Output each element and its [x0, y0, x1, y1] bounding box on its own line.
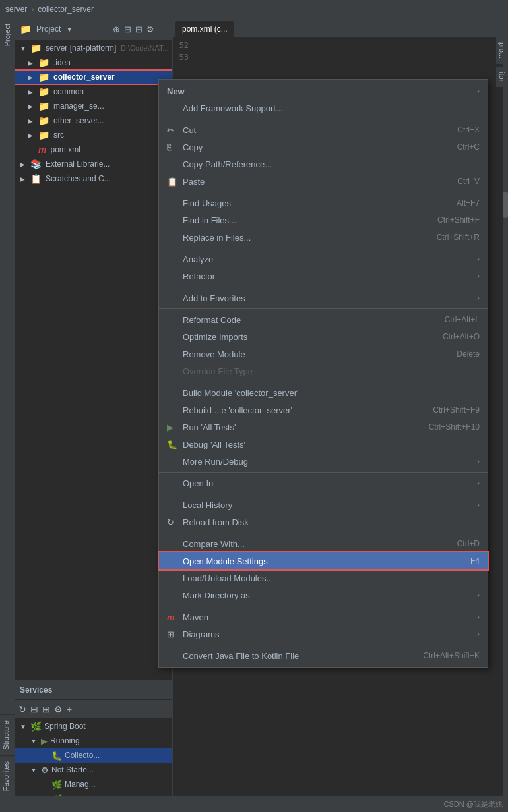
menu-item-build-module[interactable]: Build Module 'collector_server' [159, 384, 488, 401]
editor-tab-pom[interactable]: pom.xml (c... [175, 21, 234, 37]
menu-item-open-in[interactable]: Open In › [159, 475, 488, 492]
menu-item-new[interactable]: New › [159, 82, 488, 100]
tree-item-pom[interactable]: m pom.xml [15, 142, 172, 157]
menu-item-run-tests[interactable]: ▶ Run 'All Tests' Ctrl+Shift+F10 [159, 419, 488, 436]
expand-icon[interactable]: ⊞ [135, 24, 143, 34]
shortcut-convert-kotlin: Ctrl+Alt+Shift+K [423, 651, 480, 660]
spring-icon-manager: 🌿 [51, 780, 62, 790]
menu-label-open-module: Open Module Settings [183, 556, 457, 566]
services-header: Services [15, 681, 172, 699]
svc-filter-icon[interactable]: ⚙ [54, 704, 63, 714]
project-side-tab[interactable]: Project [3, 24, 11, 46]
toolbar-icons: ⊕ ⊟ ⊞ ⚙ — [113, 24, 167, 34]
svc-expand-icon[interactable]: ⊞ [42, 704, 50, 714]
running-icon: ▶ [41, 736, 48, 746]
menu-item-convert-kotlin[interactable]: Convert Java File to Kotlin File Ctrl+Al… [159, 647, 488, 664]
diagrams-icon: ⊞ [167, 629, 179, 639]
tree-item-idea[interactable]: ▶ 📁 .idea [15, 55, 172, 70]
menu-item-debug-tests[interactable]: 🐛 Debug 'All Tests' [159, 436, 488, 453]
menu-item-find-usages[interactable]: Find Usages Alt+F7 [159, 194, 488, 212]
tree-label-collector: collector_server [53, 72, 115, 82]
menu-item-reload[interactable]: ↻ Reload from Disk [159, 513, 488, 531]
breadcrumb-server[interactable]: server [5, 5, 27, 14]
folder-icon-server: 📁 [30, 43, 42, 53]
menu-item-replace-files[interactable]: Replace in Files... Ctrl+Shift+R [159, 229, 488, 246]
dropdown-arrow[interactable]: ▼ [66, 26, 73, 33]
menu-item-paste[interactable]: 📋 Paste Ctrl+V [159, 173, 488, 190]
scrollbar-vertical[interactable] [503, 37, 508, 812]
tree-item-common[interactable]: ▶ 📁 common [15, 84, 172, 99]
project-toolbar: 📁 Project ▼ ⊕ ⊟ ⊞ ⚙ — [15, 18, 172, 40]
maven-icon-pom: m [38, 144, 46, 155]
menu-item-local-history[interactable]: Local History › [159, 496, 488, 513]
menu-label-override-type: Override File Type [183, 366, 480, 376]
menu-item-remove-module[interactable]: Remove Module Delete [159, 345, 488, 362]
arrow-right-mark-dir: › [477, 591, 480, 600]
favorites-tab[interactable]: Favorites [0, 755, 15, 796]
menu-item-copy[interactable]: ⎘ Copy Ctrl+C [159, 138, 488, 156]
menu-sep-4 [159, 287, 488, 287]
menu-item-open-module-settings[interactable]: Open Module Settings F4 [159, 552, 488, 569]
svc-collapse-icon[interactable]: ⊟ [30, 704, 38, 714]
menu-item-analyze[interactable]: Analyze › [159, 250, 488, 268]
menu-item-mark-dir[interactable]: Mark Directory as › [159, 587, 488, 604]
svc-spring-boot[interactable]: ▼ 🌿 Spring Boot [15, 719, 172, 734]
svc-refresh-icon[interactable]: ↻ [18, 704, 26, 714]
svc-label-collector: Collecto... [65, 751, 100, 760]
tree-item-ext-libs[interactable]: ▶ 📚 External Librarie... [15, 157, 172, 171]
line-53: 53 [173, 51, 189, 63]
tree-item-collector-server[interactable]: ▶ 📁 collector_server [15, 70, 172, 84]
menu-item-copy-path[interactable]: Copy Path/Reference... [159, 156, 488, 173]
project-title: Project [36, 24, 61, 34]
menu-item-optimize[interactable]: Optimize Imports Ctrl+Alt+O [159, 328, 488, 345]
svc-running[interactable]: ▼ ▶ Running [15, 734, 172, 748]
menu-label-reformat: Reformat Code [183, 315, 431, 325]
tree-item-src[interactable]: ▶ 📁 src [15, 128, 172, 142]
scrollbar-thumb[interactable] [503, 192, 508, 218]
shortcut-find-usages: Alt+F7 [457, 198, 480, 208]
tree-item-server[interactable]: ▼ 📁 server [nat-platform] D:\Code\NAT... [15, 41, 172, 55]
menu-item-diagrams[interactable]: ⊞ Diagrams › [159, 625, 488, 643]
menu-item-rebuild[interactable]: Rebuild ...e 'collector_server' Ctrl+Shi… [159, 401, 488, 419]
menu-sep-11 [159, 645, 488, 645]
menu-item-refactor[interactable]: Refactor › [159, 268, 488, 285]
svc-manager[interactable]: 🌿 Manag... [15, 777, 172, 792]
menu-item-cut[interactable]: ✂ Cut Ctrl+X [159, 121, 488, 138]
code-line-1 [199, 40, 508, 51]
expand-arrow-pom [28, 146, 36, 154]
minimize-icon[interactable]: — [158, 24, 167, 34]
menu-sep-8 [159, 494, 488, 494]
menu-item-maven[interactable]: m Maven › [159, 608, 488, 625]
menu-label-copy: Copy [183, 142, 444, 152]
menu-item-find-files[interactable]: Find in Files... Ctrl+Shift+F [159, 212, 488, 229]
expand-arrow-other: ▶ [28, 117, 36, 125]
arrow-right-more-run: › [477, 457, 480, 466]
locate-icon[interactable]: ⊕ [113, 24, 120, 34]
collapse-icon[interactable]: ⊟ [124, 24, 131, 34]
right-tab-itor[interactable]: itor [496, 67, 508, 87]
menu-item-add-framework[interactable]: Add Framework Support... [159, 100, 488, 117]
menu-item-reformat[interactable]: Reformat Code Ctrl+Alt+L [159, 311, 488, 328]
menu-item-load-unload[interactable]: Load/Unload Modules... [159, 569, 488, 587]
services-tree: ▼ 🌿 Spring Boot ▼ ▶ Running 🐛 Collecto..… [15, 718, 172, 807]
settings-icon[interactable]: ⚙ [146, 24, 154, 34]
svc-collector[interactable]: 🐛 Collecto... [15, 748, 172, 763]
svc-add-icon[interactable]: + [67, 704, 72, 714]
structure-tab[interactable]: Structure [0, 714, 15, 755]
right-tab-pro[interactable]: pro... [496, 37, 508, 64]
shortcut-run-tests: Ctrl+Shift+F10 [429, 422, 480, 432]
menu-item-more-run[interactable]: More Run/Debug › [159, 453, 488, 470]
shortcut-replace-files: Ctrl+Shift+R [437, 233, 480, 242]
arrow-right-maven: › [477, 612, 480, 622]
svc-not-started[interactable]: ▼ ⚙ Not Starte... [15, 763, 172, 777]
tree-item-manager[interactable]: ▶ 📁 manager_se... [15, 99, 172, 113]
tree-item-other[interactable]: ▶ 📁 other_server... [15, 113, 172, 128]
line-numbers: 52 53 [173, 40, 193, 63]
paste-icon: 📋 [167, 177, 179, 187]
menu-item-favorites[interactable]: Add to Favorites › [159, 289, 488, 306]
menu-label-diagrams: Diagrams [183, 629, 473, 639]
menu-item-compare[interactable]: Compare With... Ctrl+D [159, 535, 488, 552]
breadcrumb-collector[interactable]: collector_server [38, 5, 94, 14]
tree-item-scratches[interactable]: ▶ 📋 Scratches and C... [15, 171, 172, 186]
expand-arrow-collector: ▶ [28, 74, 36, 81]
